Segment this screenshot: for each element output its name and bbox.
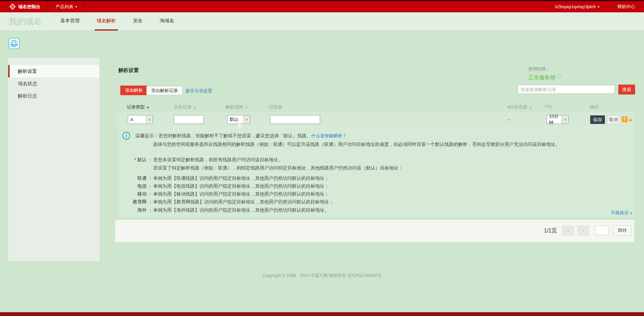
tip-notice-label: 温馨提示： bbox=[135, 133, 159, 138]
legend-unicom-line: 联通 ：单独为用【联通线路】访问的用户指定目标地址，其他用户仍然访问默认的目标地… bbox=[118, 175, 329, 181]
mx-priority-value: -- bbox=[508, 117, 511, 122]
domain-header: WWW qqvop.com 使用时限： 正常服务期? bbox=[0, 31, 644, 58]
smart-resolution-link[interactable]: 什么是智能解析？ bbox=[311, 133, 347, 138]
domain-console-page: 域名控制台 产品列表 ▾ b2bsyep1qvhqz3pln5 ▾ 帮助中心 我… bbox=[0, 0, 644, 316]
host-record-input[interactable] bbox=[174, 115, 204, 124]
search-button[interactable]: 搜索 bbox=[618, 85, 635, 94]
tip-notice-line2: 选择与您的空间或服务器所在线路相同的解析线路（例如：联通）可以提升该线路（联通）… bbox=[153, 141, 560, 148]
column-header-record-value: 记录值 bbox=[269, 104, 282, 110]
user-account-menu[interactable]: b2bsyep1qvhqz3pln5 ▾ bbox=[546, 1, 608, 12]
copyright-text: Copyright © 1998 - 2014 中国万网 版权所有 京ICP证0… bbox=[0, 273, 644, 279]
line-value: 默认 bbox=[228, 116, 243, 123]
ttl-value: 10分钟 bbox=[547, 113, 562, 126]
dismiss-tips-link[interactable]: 不再提示∧ bbox=[611, 210, 632, 216]
section-tabbar: 我的域名 基本管理 域名解析 安全 淘域名 bbox=[0, 12, 644, 31]
add-record-button[interactable]: 添加解析 bbox=[120, 86, 148, 95]
tab-basic-management[interactable]: 基本管理 bbox=[58, 12, 82, 30]
legend-telecom-line: 电信 ：单独为用【电信线路】访问的用户指定目标地址，其他用户仍然访问默认的目标地… bbox=[118, 183, 329, 189]
row-help-icon[interactable]: ? bbox=[622, 116, 628, 122]
console-title: 域名控制台 bbox=[18, 4, 40, 10]
cancel-button[interactable]: 取消 bbox=[607, 115, 620, 124]
legend-overseas-line: 海外 ：单独为用【海外线路】访问的用户指定目标地址，其他用户仍然访问默认的目标地… bbox=[118, 207, 329, 213]
collapse-row-icon[interactable] bbox=[629, 118, 633, 121]
column-header-mx-priority[interactable]: MX优先级▲ bbox=[507, 104, 532, 110]
help-center-label: 帮助中心 bbox=[617, 4, 635, 10]
sidebar-item-resolution-log[interactable]: 解析日志 bbox=[8, 90, 99, 102]
my-domains-heading: 我的域名 bbox=[9, 16, 42, 27]
sidebar-item-domain-status[interactable]: 域名状态 bbox=[8, 77, 99, 90]
topbar-divider bbox=[85, 1, 85, 12]
column-header-actions: 操作 bbox=[590, 104, 599, 110]
tip-pointer-icon bbox=[236, 123, 243, 127]
tip-notice-line: 温馨提示：若您对解析线路、智能解析不了解或不想设置，建议您选择「默认」线路。什么… bbox=[135, 133, 347, 139]
legend-edu-line: 教育网 ：单独为用【教育网线路】访问的用户指定目标地址，其他用户仍然访问默认的目… bbox=[118, 199, 334, 205]
prev-page-button[interactable]: ‹ bbox=[562, 226, 574, 236]
legend-default-line2: 若设置了特定解析线路（例如：联通），则特定线路用户访问特定目标地址，其他线路用户… bbox=[118, 165, 403, 171]
username-label: b2bsyep1qvhqz3pln5 bbox=[555, 4, 596, 9]
tab-security[interactable]: 安全 bbox=[131, 12, 145, 30]
next-page-button[interactable]: › bbox=[578, 226, 589, 236]
sort-asc-icon: ▲ bbox=[193, 105, 196, 109]
tab-tao-domain[interactable]: 淘域名 bbox=[158, 12, 176, 30]
svg-text:WWW: WWW bbox=[11, 44, 17, 46]
beginner-guide-link[interactable]: 新手引导设置 bbox=[185, 88, 212, 94]
product-list-label: 产品列表 bbox=[56, 4, 73, 10]
console-home-link[interactable]: 域名控制台 bbox=[0, 1, 47, 12]
record-type-select[interactable]: A ∨ bbox=[128, 115, 153, 124]
save-button[interactable]: 保存 bbox=[590, 115, 605, 124]
search-input[interactable] bbox=[518, 85, 615, 94]
caret-down-icon: ▾ bbox=[598, 5, 599, 9]
page-info: 1/1页 bbox=[544, 227, 557, 235]
caret-down-icon: ▾ bbox=[75, 5, 77, 9]
help-center-link[interactable]: 帮助中心 bbox=[608, 1, 644, 12]
collapse-icon: ∧ bbox=[630, 211, 632, 215]
column-header-host-record[interactable]: 主机记录▲ bbox=[174, 104, 196, 110]
usage-limit-label: 使用时限： bbox=[528, 66, 550, 72]
sidebar-item-resolution-settings[interactable]: 解析设置 bbox=[8, 65, 99, 77]
record-value-input[interactable] bbox=[270, 115, 320, 124]
ttl-select[interactable]: 10分钟 ∨ bbox=[547, 115, 569, 124]
export-records-button[interactable]: 导出解析记录 bbox=[146, 86, 183, 95]
sidebar: 解析设置 域名状态 解析日志 bbox=[8, 58, 99, 261]
page-title: 解析设置 bbox=[118, 67, 139, 74]
column-header-ttl: TTL bbox=[545, 104, 553, 109]
wanwang-logo-icon bbox=[9, 3, 15, 10]
topbar: 域名控制台 产品列表 ▾ b2bsyep1qvhqz3pln5 ▾ 帮助中心 bbox=[0, 0, 644, 12]
legend-default-line: * 默认 ：若您未设置特定解析线路，则所有线路用户均访问该目标地址。 bbox=[118, 157, 283, 163]
select-arrow-icon: ∨ bbox=[562, 115, 568, 124]
info-icon: i bbox=[122, 132, 130, 140]
sort-asc-icon: ▲ bbox=[529, 105, 532, 109]
jump-page-input[interactable] bbox=[595, 226, 609, 235]
column-header-record-type[interactable]: 记录类型▲ bbox=[127, 104, 149, 110]
tab-domain-resolution[interactable]: 域名解析 bbox=[95, 12, 118, 30]
sort-asc-icon: ▲ bbox=[146, 105, 149, 109]
status-help-icon[interactable]: ? bbox=[557, 74, 561, 78]
record-type-value: A bbox=[128, 117, 146, 122]
select-arrow-icon: ∨ bbox=[146, 115, 153, 124]
sort-asc-icon: ▲ bbox=[245, 105, 248, 109]
bottom-red-bar bbox=[0, 312, 644, 316]
jump-button[interactable]: 跳转 bbox=[613, 225, 631, 236]
service-status-text: 正常服务期? bbox=[528, 74, 561, 81]
column-header-line[interactable]: 解析线路▲ bbox=[226, 104, 248, 110]
legend-mobile-line: 移动 ：单独为用【移动线路】访问的用户指定目标地址，其他用户仍然访问默认的目标地… bbox=[118, 191, 329, 197]
select-arrow-icon: ∨ bbox=[243, 115, 250, 124]
globe-icon: WWW bbox=[8, 38, 20, 49]
product-list-menu[interactable]: 产品列表 ▾ bbox=[48, 1, 85, 12]
